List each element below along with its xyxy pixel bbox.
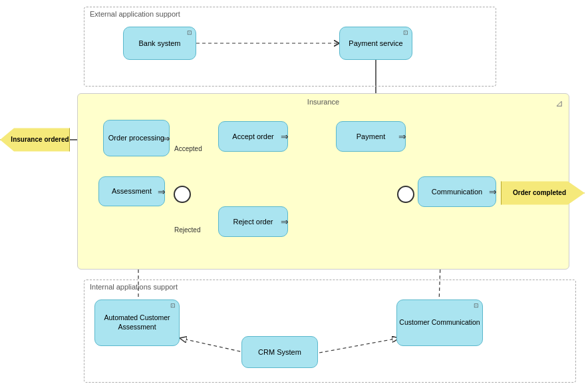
- accept-order-arrow: ⇒: [281, 130, 289, 142]
- crm-system-node[interactable]: CRM System: [241, 336, 318, 368]
- accept-order-label: Accept order: [232, 132, 273, 141]
- insurance-ordered-label: Insurance ordered: [11, 136, 69, 144]
- accept-order-node[interactable]: Accept order ⇒: [218, 121, 288, 152]
- external-support-label: External application support: [90, 10, 180, 18]
- cc-note-icon: ⊡: [474, 302, 479, 310]
- assessment-node[interactable]: Assessment ⇒: [98, 176, 165, 206]
- rejected-label: Rejected: [174, 226, 200, 234]
- communication-label: Communication: [432, 187, 482, 196]
- payment-service-note-icon: ⊡: [403, 29, 408, 37]
- internal-support-label: Internal appliations support: [90, 283, 178, 291]
- payment-service-node[interactable]: ⊡ Payment service: [339, 27, 412, 60]
- crm-label: CRM System: [258, 347, 301, 357]
- cc-label: Customer Communication: [399, 318, 480, 327]
- aca-note-icon: ⊡: [170, 302, 176, 310]
- customer-communication-node[interactable]: ⊡ Customer Communication: [396, 299, 483, 346]
- bank-system-node[interactable]: ⊡ Bank system: [123, 27, 196, 60]
- gateway-circle-1: [174, 186, 191, 203]
- payment-service-label: Payment service: [349, 39, 402, 48]
- insurance-label: Insurance: [307, 98, 339, 106]
- order-processing-arrow: ⇒: [162, 132, 170, 144]
- payment-label: Payment: [357, 132, 385, 141]
- payment-node[interactable]: Payment ⇒: [336, 121, 406, 152]
- payment-arrow: ⇒: [398, 130, 406, 142]
- reject-order-label: Reject order: [233, 217, 273, 226]
- order-processing-node[interactable]: Order processing ⇒: [103, 120, 170, 156]
- reject-order-node[interactable]: Reject order ⇒: [218, 206, 288, 237]
- insurance-ordered-node[interactable]: Insurance ordered: [0, 123, 70, 156]
- bookmark-icon: ⊿: [555, 98, 563, 108]
- accepted-label: Accepted: [174, 145, 202, 152]
- bank-note-icon: ⊡: [187, 29, 192, 37]
- order-processing-label: Order processing: [108, 133, 164, 142]
- gateway-circle-2: [397, 186, 414, 203]
- assessment-label: Assessment: [112, 186, 152, 196]
- assessment-arrow: ⇒: [158, 185, 166, 197]
- aca-label: Automated Customer Assessment: [95, 313, 179, 331]
- bank-system-label: Bank system: [139, 39, 181, 48]
- communication-arrow: ⇒: [489, 186, 497, 198]
- automated-customer-assessment-node[interactable]: ⊡ Automated Customer Assessment: [94, 299, 180, 346]
- diagram-container: External application support Internal ap…: [0, 0, 588, 390]
- reject-order-arrow: ⇒: [281, 216, 289, 228]
- communication-node[interactable]: Communication ⇒: [418, 176, 496, 207]
- order-completed-label: Order completed: [513, 189, 566, 197]
